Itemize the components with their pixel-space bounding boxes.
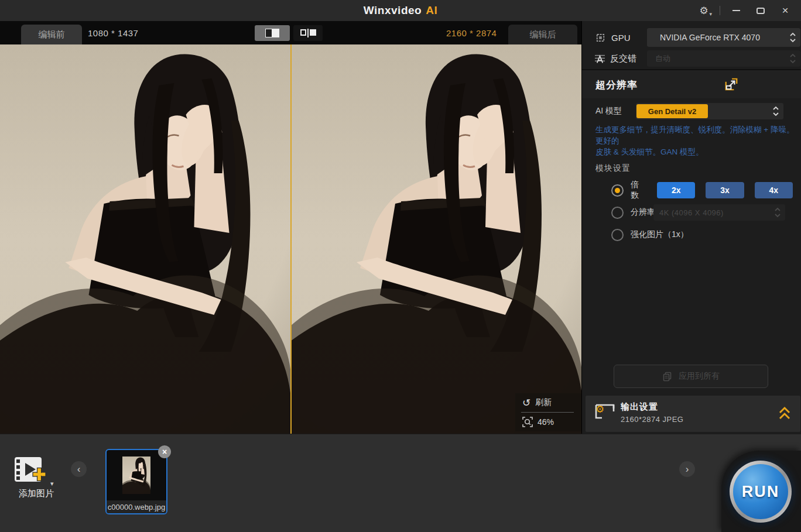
enhance-option-row: 强化图片（1x） <box>611 227 793 242</box>
resolution-option-row: 分辨率 4K (4096 X 4096) <box>611 204 793 221</box>
split-view-icon <box>265 29 279 37</box>
add-image-caret-icon[interactable]: ▾ <box>50 480 54 488</box>
super-resolution-header: 超分辨率 <box>582 70 801 98</box>
enhance-label: 强化图片（1x） <box>631 229 689 240</box>
zoom-level-control[interactable]: 46% <box>515 413 581 431</box>
before-photo <box>0 44 290 434</box>
ai-model-select[interactable]: Gen Detail v2 <box>636 103 783 119</box>
close-icon: × <box>162 447 167 457</box>
resolution-selected-value: 4K (4096 X 4096) <box>659 208 724 217</box>
refresh-button[interactable]: ↺ 刷新 <box>515 393 581 412</box>
thumbnail-remove-button[interactable]: × <box>158 445 171 458</box>
resolution-label: 分辨率 <box>631 207 655 218</box>
output-gear-icon: ⚙ <box>595 403 604 416</box>
scale-label: 倍数 <box>631 180 645 201</box>
compare-header-bar: 编辑前 1080 * 1437 2160 * 2874 编辑后 <box>0 21 581 44</box>
gpu-chip-icon <box>595 32 606 43</box>
collapse-double-chevron-up-icon[interactable] <box>778 406 791 421</box>
compare-mode-split-button[interactable] <box>255 25 290 41</box>
output-settings-value: 2160*2874 JPEG <box>621 415 683 424</box>
chevron-right-icon: › <box>686 464 689 474</box>
thumbnail-photo <box>122 455 150 496</box>
caret-down-icon: ▾ <box>709 11 712 17</box>
scale-2x-button[interactable]: 2x <box>657 182 695 198</box>
after-image-pane[interactable] <box>292 44 581 434</box>
before-image-pane[interactable] <box>0 44 290 434</box>
scroll-right-button[interactable]: › <box>679 461 695 477</box>
deinterlace-label: 反交错 <box>610 53 636 64</box>
app-title-accent: AI <box>426 4 437 17</box>
run-button[interactable]: RUN <box>730 461 792 523</box>
model-description: 生成更多细节，提升清晰度、锐利度。消除模糊 + 降噪。更好的 皮肤 & 头发细节… <box>595 124 796 157</box>
thumbnail-filename: c00000.webp.jpg <box>107 500 166 513</box>
resolution-select-disabled: 4K (4096 X 4096) <box>653 204 785 221</box>
app-title-text: Winxvideo <box>364 4 422 17</box>
minimize-icon <box>732 10 740 11</box>
gpu-label: GPU <box>611 33 631 43</box>
output-settings-block[interactable]: ⚙ 输出设置 2160*2874 JPEG <box>586 396 800 432</box>
gpu-select-spinner-icon <box>790 32 796 43</box>
window-controls: ⚙ ▾ × <box>693 0 796 21</box>
ai-model-row: AI 模型 Gen Detail v2 <box>595 103 795 119</box>
model-description-line2: 皮肤 & 头发细节。GAN 模型。 <box>595 146 796 157</box>
deinterlace-select-disabled: 自动 <box>647 50 800 67</box>
gpu-selected-value: NVIDIA GeForce RTX 4070 <box>660 33 760 42</box>
run-button-face: RUN <box>733 464 788 519</box>
expand-icon[interactable] <box>724 77 738 91</box>
settings-menu-button[interactable]: ⚙ ▾ <box>693 2 715 19</box>
ai-model-selected-pill: Gen Detail v2 <box>636 104 708 118</box>
resolution-radio[interactable] <box>611 207 624 219</box>
app-title: Winxvideo AI <box>0 0 801 21</box>
refresh-icon: ↺ <box>522 398 530 408</box>
module-settings-label: 模块设置 <box>595 163 631 174</box>
model-description-line1: 生成更多细节，提升清晰度、锐利度。消除模糊 + 降噪。更好的 <box>595 124 796 146</box>
media-bar: ▾ 添加图片 ‹ c00000.webp.jpg × › RUN <box>0 434 801 532</box>
run-button-pod: RUN <box>721 451 801 532</box>
zoom-level-value: 46% <box>538 417 554 427</box>
thumbnail-item-selected[interactable]: c00000.webp.jpg × <box>105 449 167 514</box>
side-by-side-view-icon <box>300 29 316 37</box>
preview-stage: ↺ 刷新 46% <box>0 44 581 434</box>
apply-to-all-label: 应用到所有 <box>679 371 720 382</box>
after-resolution-label: 2160 * 2874 <box>446 21 497 44</box>
deinterlace-row: 反交错 自动 <box>595 50 794 67</box>
minimize-button[interactable] <box>725 2 747 19</box>
gpu-select[interactable]: NVIDIA GeForce RTX 4070 <box>647 28 800 47</box>
after-photo <box>292 44 581 434</box>
enhance-radio[interactable] <box>611 229 624 241</box>
compare-mode-side-by-side-button[interactable] <box>293 25 323 41</box>
copy-icon <box>662 371 673 382</box>
window-controls-divider <box>720 6 720 15</box>
maximize-icon <box>756 8 765 14</box>
tab-before-edit[interactable]: 编辑前 <box>21 25 82 44</box>
close-button[interactable]: × <box>774 2 796 19</box>
output-settings-title: 输出设置 <box>621 401 658 413</box>
maximize-button[interactable] <box>749 2 772 19</box>
deinterlace-spinner-icon <box>790 53 796 64</box>
ai-model-spinner-icon <box>773 106 779 116</box>
gpu-row: GPU NVIDIA GeForce RTX 4070 <box>595 28 794 47</box>
ai-model-label: AI 模型 <box>595 106 622 116</box>
refresh-label: 刷新 <box>535 397 552 408</box>
settings-panel: GPU NVIDIA GeForce RTX 4070 反交错 自动 超分辨率 <box>581 21 801 434</box>
scale-option-row: 倍数 2x 3x 4x <box>611 181 793 199</box>
tab-after-edit[interactable]: 编辑后 <box>508 25 577 44</box>
title-bar: Winxvideo AI ⚙ ▾ × <box>0 0 801 21</box>
scroll-left-button[interactable]: ‹ <box>71 461 87 477</box>
viewer-tools-overlay: ↺ 刷新 46% <box>515 393 581 431</box>
close-icon: × <box>782 4 788 17</box>
run-button-label: RUN <box>742 483 780 501</box>
gear-icon: ⚙ <box>699 5 708 17</box>
chevron-left-icon: ‹ <box>77 464 81 474</box>
scale-4x-button[interactable]: 4x <box>755 182 793 198</box>
magnifier-icon <box>522 417 533 427</box>
super-resolution-title: 超分辨率 <box>595 78 638 92</box>
scale-radio-selected[interactable] <box>611 184 624 197</box>
deinterlace-selected-value: 自动 <box>655 53 670 64</box>
scale-3x-button[interactable]: 3x <box>706 182 744 198</box>
deinterlace-icon <box>595 54 605 63</box>
add-image-icon <box>14 457 48 487</box>
before-resolution-label: 1080 * 1437 <box>88 21 138 44</box>
apply-to-all-button-disabled: 应用到所有 <box>614 365 768 388</box>
resolution-spinner-icon <box>775 207 781 218</box>
